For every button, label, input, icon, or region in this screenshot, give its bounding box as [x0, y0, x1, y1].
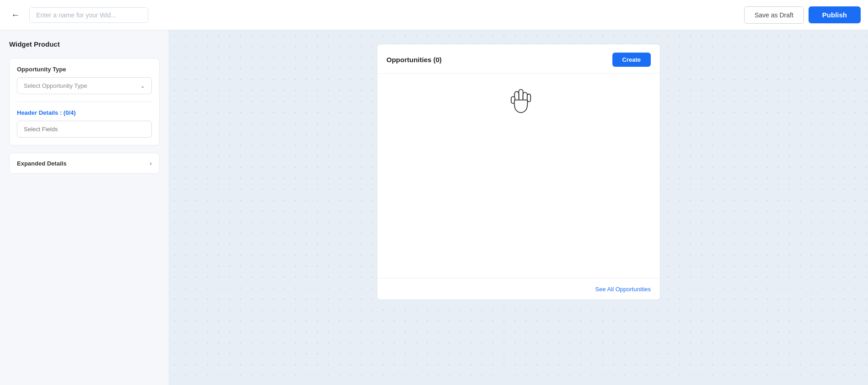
opportunity-type-select[interactable]: Select Opportunity Type ⌄	[17, 77, 152, 94]
svg-rect-1	[514, 91, 519, 102]
main-layout: Widget Product Opportunity Type Select O…	[0, 30, 868, 385]
topbar-actions: Save as Draft Publish	[744, 6, 861, 24]
svg-rect-3	[527, 94, 530, 102]
widget-name-input[interactable]	[29, 7, 148, 23]
create-button[interactable]: Create	[612, 53, 651, 67]
widget-footer: See All Opportunities	[377, 278, 660, 299]
expanded-details-row[interactable]: Expanded Details ›	[9, 153, 160, 174]
opportunity-type-label: Opportunity Type	[17, 66, 152, 73]
header-details-label: Header Details : (0/4)	[17, 109, 152, 116]
save-draft-button[interactable]: Save as Draft	[744, 6, 804, 24]
sidebar-title: Widget Product	[9, 40, 160, 48]
publish-button[interactable]: Publish	[809, 6, 861, 23]
svg-rect-4	[511, 96, 515, 103]
widget-card: Opportunities (0) Create	[377, 44, 660, 300]
widget-title: Opportunities (0)	[386, 56, 442, 64]
svg-rect-0	[519, 90, 523, 102]
widget-body	[377, 74, 660, 278]
back-button[interactable]: ←	[7, 7, 24, 23]
svg-rect-2	[523, 92, 527, 102]
expanded-details-label: Expanded Details	[17, 160, 66, 167]
topbar: ← Save as Draft Publish	[0, 0, 868, 30]
opportunity-type-placeholder: Select Opportunity Type	[24, 82, 87, 89]
sidebar: Widget Product Opportunity Type Select O…	[0, 30, 169, 385]
content-area: Opportunities (0) Create	[169, 30, 868, 385]
select-fields-input[interactable]	[17, 121, 152, 138]
form-section: Opportunity Type Select Opportunity Type…	[9, 58, 160, 145]
chevron-down-icon: ⌄	[140, 83, 145, 89]
chevron-right-icon: ›	[150, 160, 152, 167]
see-all-link[interactable]: See All Opportunities	[595, 286, 651, 293]
form-divider	[17, 102, 152, 102]
cursor-hand-icon	[509, 87, 532, 115]
widget-header: Opportunities (0) Create	[377, 44, 660, 74]
